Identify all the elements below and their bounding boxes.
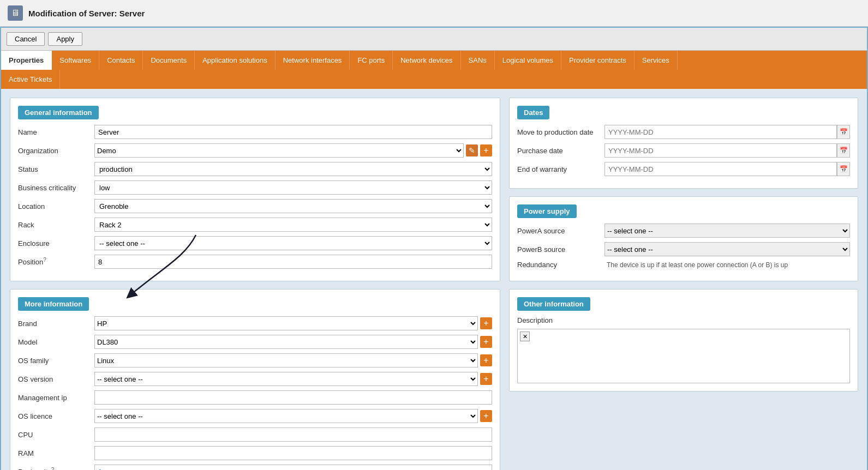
cpu-input[interactable] [94, 427, 492, 442]
toolbar: Cancel Apply [1, 28, 867, 51]
model-row: Model DL380 + [18, 335, 492, 349]
org-label: Organization [18, 147, 94, 155]
os-version-add-button[interactable]: + [480, 373, 492, 385]
status-select[interactable]: production [94, 162, 492, 176]
tab-sans[interactable]: SANs [461, 51, 495, 70]
position-row: Position? [18, 255, 492, 269]
tab-logical-volumes[interactable]: Logical volumes [495, 51, 561, 70]
general-info-section: General information Name Organization De… [10, 98, 500, 281]
criticality-row: Business criticality low [18, 180, 492, 195]
model-select[interactable]: DL380 [94, 335, 478, 349]
position-input[interactable] [94, 255, 492, 269]
end-of-warranty-calendar-button[interactable]: 📅 [837, 162, 850, 176]
management-ip-row: Management ip [18, 390, 492, 405]
tab-fc-ports[interactable]: FC ports [350, 51, 393, 70]
purchase-date-input[interactable] [604, 143, 837, 158]
ram-label: RAM [18, 449, 94, 457]
move-to-production-row: Move to production date 📅 [517, 125, 850, 139]
window-icon: 🖥 [8, 5, 23, 21]
org-edit-button[interactable]: ✎ [466, 144, 478, 156]
dates-section: Dates Move to production date 📅 Purchase… [509, 98, 858, 189]
tab-application-solutions[interactable]: Application solutions [195, 51, 276, 70]
tab-provider-contracts[interactable]: Provider contracts [561, 51, 634, 70]
rack-row: Rack Rack 2 [18, 218, 492, 232]
status-label: Status [18, 165, 94, 173]
purchase-date-label: Purchase date [517, 147, 604, 155]
redundancy-text: The device is up if at least one power c… [607, 261, 788, 269]
criticality-select[interactable]: low [94, 180, 492, 195]
brand-add-button[interactable]: + [480, 317, 492, 329]
brand-group: HP + [94, 316, 492, 330]
ram-row: RAM [18, 446, 492, 460]
location-row: Location Grenoble [18, 199, 492, 213]
os-version-label: OS version [18, 375, 94, 383]
criticality-label: Business criticality [18, 184, 94, 192]
os-licence-label: OS licence [18, 412, 94, 420]
dates-header: Dates [517, 106, 549, 119]
management-ip-label: Management ip [18, 394, 94, 402]
model-group: DL380 + [94, 335, 492, 349]
location-label: Location [18, 202, 94, 210]
os-version-select[interactable]: -- select one -- [94, 372, 478, 386]
description-row: Description [517, 316, 850, 324]
powerb-source-select[interactable]: -- select one -- [604, 242, 850, 256]
location-select[interactable]: Grenoble [94, 199, 492, 213]
model-label: Model [18, 338, 94, 346]
brand-row: Brand HP + [18, 316, 492, 330]
tab-network-interfaces[interactable]: Network interfaces [276, 51, 350, 70]
powerb-source-row: PowerB source -- select one -- [517, 242, 850, 256]
tab-documents[interactable]: Documents [143, 51, 195, 70]
management-ip-input[interactable] [94, 390, 492, 405]
os-licence-row: OS licence -- select one -- + [18, 409, 492, 423]
power-supply-section: Power supply PowerA source -- select one… [509, 196, 858, 281]
os-licence-select[interactable]: -- select one -- [94, 409, 478, 423]
cpu-row: CPU [18, 427, 492, 442]
move-to-production-label: Move to production date [517, 128, 604, 136]
ram-input[interactable] [94, 446, 492, 460]
rack-units-input[interactable] [94, 465, 492, 470]
left-panel: General information Name Organization De… [10, 98, 500, 470]
os-family-add-button[interactable]: + [480, 354, 492, 366]
tab2-active-tickets[interactable]: Active Tickets [1, 70, 60, 89]
tab-network-devices[interactable]: Network devices [393, 51, 460, 70]
purchase-date-calendar-button[interactable]: 📅 [837, 143, 850, 158]
move-to-production-input[interactable] [604, 125, 837, 139]
enclosure-select[interactable]: -- select one -- [94, 236, 492, 250]
name-label: Name [18, 128, 94, 136]
end-of-warranty-row: End of warranty 📅 [517, 162, 850, 176]
brand-select[interactable]: HP [94, 316, 478, 330]
move-to-production-calendar-button[interactable]: 📅 [837, 125, 850, 139]
os-family-select[interactable]: Linux [94, 353, 478, 367]
end-of-warranty-input[interactable] [604, 162, 837, 176]
os-licence-add-button[interactable]: + [480, 410, 492, 422]
powerb-source-label: PowerB source [517, 245, 604, 254]
powera-source-select[interactable]: -- select one -- [604, 224, 850, 238]
brand-label: Brand [18, 320, 94, 328]
org-add-button[interactable]: + [480, 144, 492, 156]
description-box[interactable]: ✕ [517, 329, 850, 383]
tab-softwares[interactable]: Softwares [52, 51, 99, 70]
tab-properties[interactable]: Properties [1, 51, 52, 70]
general-info-header: General information [18, 106, 99, 119]
status-row: Status production [18, 162, 492, 176]
redundancy-row: Redundancy The device is up if at least … [517, 261, 850, 269]
rack-select[interactable]: Rack 2 [94, 218, 492, 232]
content-area: General information Name Organization De… [1, 89, 867, 470]
description-clear-button[interactable]: ✕ [520, 332, 530, 341]
model-add-button[interactable]: + [480, 336, 492, 348]
name-input[interactable] [94, 125, 492, 139]
tab-contacts[interactable]: Contacts [99, 51, 143, 70]
main-wrapper: Cancel Apply PropertiesSoftwaresContacts… [0, 27, 868, 470]
cancel-button[interactable]: Cancel [7, 32, 45, 46]
enclosure-label: Enclosure [18, 239, 94, 248]
apply-button[interactable]: Apply [48, 32, 82, 46]
purchase-date-row: Purchase date 📅 [517, 143, 850, 158]
position-label: Position? [18, 257, 94, 266]
org-row: Organization Demo ✎ + [18, 143, 492, 158]
description-label: Description [517, 316, 594, 324]
powera-source-row: PowerA source -- select one -- [517, 224, 850, 238]
org-select[interactable]: Demo [94, 143, 464, 158]
other-info-header: Other information [517, 297, 590, 311]
redundancy-label: Redundancy [517, 261, 604, 269]
tab-services[interactable]: Services [634, 51, 678, 70]
